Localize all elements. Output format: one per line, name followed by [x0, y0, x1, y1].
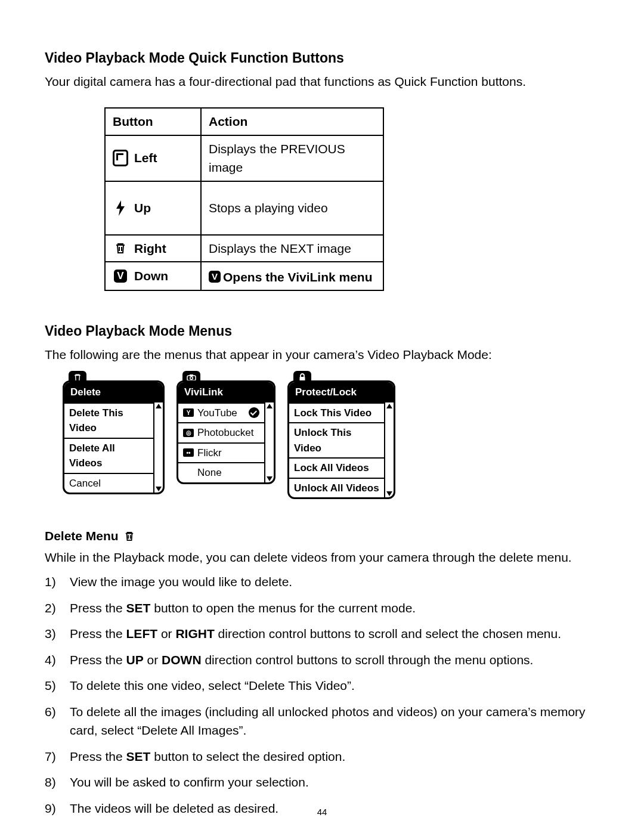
table-row: V Down V Opens the ViviLink menu [105, 262, 383, 290]
action-text: Stops a playing video [201, 181, 383, 235]
chevron-up-icon [267, 404, 273, 408]
trash-icon [113, 240, 128, 256]
step-item: Press the SET button to select the desir… [70, 747, 599, 766]
menus-row: Delete Delete This Video Delete All Vide… [63, 380, 599, 499]
action-text: Opens the ViviLink menu [223, 268, 373, 287]
menu-item-label: Photobucket [197, 425, 254, 441]
photobucket-icon: ◎ [183, 429, 194, 437]
menu-item: Cancel [64, 473, 153, 493]
section2-intro: The following are the menus that appear … [45, 345, 599, 364]
menu-item-label: None [197, 465, 222, 481]
action-text: Displays the NEXT image [201, 235, 383, 262]
bold-text: RIGHT [175, 627, 214, 640]
page-number: 44 [0, 806, 644, 819]
menu-item-label: YouTube [197, 405, 237, 421]
chevron-down-icon [156, 487, 162, 491]
bold-text: SET [126, 601, 151, 615]
table-row: Left Displays the PREVIOUS image [105, 135, 383, 181]
menu-item: Lock All Videos [289, 457, 384, 478]
manual-page: Video Playback Mode Quick Function Butto… [0, 0, 644, 833]
menu-item: Unlock All Videos [289, 478, 384, 498]
bold-text: UP [126, 653, 144, 667]
button-label: Right [134, 239, 166, 258]
menu-item: ◎ Photobucket [178, 422, 264, 442]
chevron-up-icon [386, 404, 392, 408]
step-item: Press the LEFT or RIGHT direction contro… [70, 624, 599, 643]
table-head-button: Button [105, 108, 201, 135]
section1-title: Video Playback Mode Quick Function Butto… [45, 48, 599, 69]
scrollbar [264, 402, 274, 482]
button-label: Left [134, 148, 157, 168]
step-item: Press the UP or DOWN direction control b… [70, 651, 599, 670]
trash-icon [125, 531, 134, 541]
step-item: View the image you would like to delete. [70, 572, 599, 592]
svg-rect-2 [190, 374, 193, 376]
step-item: To delete this one video, select “Delete… [70, 676, 599, 695]
button-label: Up [134, 199, 151, 218]
bold-text: LEFT [126, 627, 158, 640]
step-item: To delete all the images (including all … [70, 702, 599, 740]
menu-header: Protect/Lock [289, 382, 394, 402]
menu-item-label: Flickr [197, 445, 222, 461]
menu-item: Unlock This Video [289, 422, 384, 457]
flickr-icon: •• [183, 448, 194, 457]
multi-frame-icon [113, 150, 128, 166]
step-item: Press the SET button to open the menus f… [70, 599, 599, 618]
check-icon [249, 407, 259, 418]
youtube-icon: Y [183, 408, 194, 417]
table-row: Up Stops a playing video [105, 181, 383, 235]
menu-item: Y YouTube [178, 402, 264, 423]
vivilink-v-icon: V [209, 271, 221, 283]
menu-item: Lock This Video [289, 402, 384, 423]
vivilink-v-icon: V [113, 268, 128, 284]
menu-item: •• Flickr [178, 442, 264, 463]
button-label: Down [134, 267, 168, 286]
bolt-icon [113, 200, 128, 216]
menu-item: Delete This Video [64, 402, 153, 438]
menu-item: Delete All Videos [64, 438, 153, 473]
section1-intro: Your digital camera has a four-direction… [45, 72, 599, 91]
section3-intro: While in the Playback mode, you can dele… [45, 548, 599, 567]
menu-item: None [178, 462, 264, 482]
delete-steps-list: View the image you would like to delete.… [45, 572, 599, 817]
scrollbar [384, 402, 394, 498]
quick-function-table: Button Action Left Displays the PREVIOUS… [104, 107, 384, 291]
bold-text: SET [126, 750, 151, 763]
scrollbar [153, 402, 163, 493]
menu-header: Delete [64, 382, 163, 402]
section3-heading: Delete Menu [45, 527, 599, 546]
step-item: You will be asked to confirm your select… [70, 773, 599, 792]
action-text: Displays the PREVIOUS image [201, 135, 383, 181]
protect-menu: Protect/Lock Lock This Video Unlock This… [287, 380, 395, 499]
section3-title: Delete Menu [45, 527, 119, 546]
chevron-down-icon [267, 476, 273, 481]
svg-point-1 [190, 377, 193, 380]
table-row: Right Displays the NEXT image [105, 235, 383, 262]
vivilink-menu: ViviLink Y YouTube ◎ Photobucket [177, 380, 275, 499]
menu-header: ViviLink [178, 382, 274, 402]
chevron-up-icon [156, 404, 162, 408]
delete-menu: Delete Delete This Video Delete All Vide… [63, 380, 165, 499]
section2-title: Video Playback Mode Menus [45, 321, 599, 342]
bold-text: DOWN [162, 653, 202, 667]
table-head-action: Action [201, 108, 383, 135]
chevron-down-icon [386, 491, 392, 496]
